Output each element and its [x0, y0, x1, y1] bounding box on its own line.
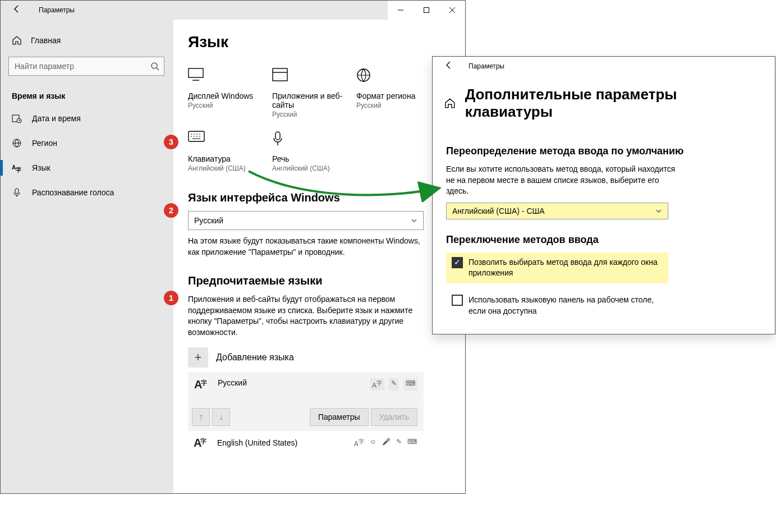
microphone-icon [12, 187, 22, 198]
override-heading: Переопределение метода ввода по умолчани… [446, 145, 761, 157]
checkbox-unchecked-icon [452, 295, 463, 306]
home-icon [12, 35, 22, 45]
tile-speech[interactable]: Речь Английский (США) [272, 131, 356, 172]
svg-rect-1 [424, 8, 429, 13]
svg-line-3 [157, 68, 159, 70]
close-button[interactable] [439, 1, 465, 20]
tile-display[interactable]: Дисплей Windows Русский [188, 68, 272, 118]
sidebar: Главная Найти параметр Время и язык Дата… [1, 20, 173, 493]
monitor-icon [188, 68, 204, 81]
home-icon[interactable] [444, 97, 456, 109]
minimize-button[interactable] [388, 1, 414, 20]
page-title: Язык [188, 33, 451, 51]
add-language-button[interactable]: + Добавление языка [188, 347, 451, 368]
svg-rect-25 [275, 132, 280, 140]
tile-region-format[interactable]: Формат региона Русский [356, 68, 440, 118]
language-options-button[interactable]: Параметры [310, 408, 369, 426]
svg-text:字: 字 [16, 167, 21, 173]
sidebar-item-datetime[interactable]: Дата и время [1, 106, 173, 131]
microphone-icon [272, 131, 283, 146]
switch-heading: Переключение методов ввода [446, 234, 761, 246]
language-features-icons: A字☺🎤✎⌨ [353, 438, 418, 448]
language-features-icons: A字✎⌨ [370, 378, 417, 391]
sidebar-group-heading: Время и язык [1, 81, 173, 106]
title-bar: Параметры [433, 57, 775, 76]
advanced-keyboard-window: Параметры Дополнительные параметры клави… [432, 56, 775, 334]
override-desc: Если вы хотите использовать метод ввода,… [446, 164, 682, 197]
page-title: Дополнительные параметры клавиатуры [465, 86, 764, 121]
globe-icon [356, 68, 371, 82]
svg-rect-10 [189, 68, 203, 77]
annotation-badge-2: 2 [164, 203, 178, 218]
language-remove-button: Удалить [371, 408, 417, 426]
default-input-select[interactable]: Английский (США) - США [446, 203, 668, 219]
svg-point-2 [151, 63, 157, 68]
apps-icon [272, 68, 288, 81]
language-glyph-icon: A字 [194, 437, 210, 450]
language-glyph-icon: A字 [194, 378, 211, 391]
keyboard-icon [188, 131, 205, 142]
tile-apps[interactable]: Приложения и веб-сайты Русский [272, 68, 356, 118]
ui-language-select[interactable]: Русский [188, 211, 424, 230]
preferred-languages-heading: Предпочитаемые языки [188, 274, 451, 287]
main-content: Язык Дисплей Windows Русский Приложения … [173, 20, 465, 493]
ui-language-desc: На этом языке будут показываться такие к… [188, 236, 429, 258]
annotation-badge-1: 1 [164, 291, 178, 305]
settings-window: Параметры Главная Найти параметр Время и… [0, 0, 466, 494]
move-down-button[interactable]: ↓ [212, 408, 230, 426]
search-icon [150, 62, 159, 71]
checkbox-checked-icon: ✓ [452, 257, 463, 268]
sidebar-item-language[interactable]: A字 Язык [1, 155, 173, 180]
window-title: Параметры [39, 6, 75, 14]
per-window-checkbox-row[interactable]: ✓ Позволить выбирать метод ввода для каж… [446, 253, 668, 283]
plus-icon: + [188, 347, 208, 368]
language-card-selected[interactable]: A字 Русский A字✎⌨ ↑ ↓ Параметры Удалить [188, 372, 424, 431]
back-button[interactable] [11, 4, 23, 16]
sidebar-home[interactable]: Главная [1, 30, 173, 51]
sidebar-item-region[interactable]: Регион [1, 131, 173, 155]
search-input[interactable]: Найти параметр [8, 57, 164, 76]
calendar-clock-icon [12, 113, 22, 123]
globe-icon [12, 138, 22, 148]
title-bar: Параметры [1, 1, 465, 20]
svg-rect-12 [273, 68, 287, 81]
sidebar-item-speech[interactable]: Распознавание голоса [1, 180, 173, 205]
move-up-button[interactable]: ↑ [192, 408, 210, 426]
chevron-down-icon [411, 217, 417, 224]
annotation-badge-3: 3 [164, 135, 178, 149]
language-bar-checkbox-row[interactable]: Использовать языковую панель на рабочем … [446, 290, 668, 321]
svg-rect-9 [15, 189, 19, 194]
tile-keyboard[interactable]: Клавиатура Английский (США) [188, 131, 272, 172]
language-icon: A字 [12, 163, 22, 173]
back-button[interactable] [443, 61, 455, 72]
maximize-button[interactable] [414, 1, 439, 20]
ui-language-heading: Язык интерфейса Windows [188, 191, 451, 204]
language-row-english[interactable]: A字 English (United States) A字☺🎤✎⌨ [188, 431, 424, 455]
preferred-languages-desc: Приложения и веб-сайты будут отображатьс… [188, 294, 429, 338]
chevron-down-icon [655, 208, 662, 214]
